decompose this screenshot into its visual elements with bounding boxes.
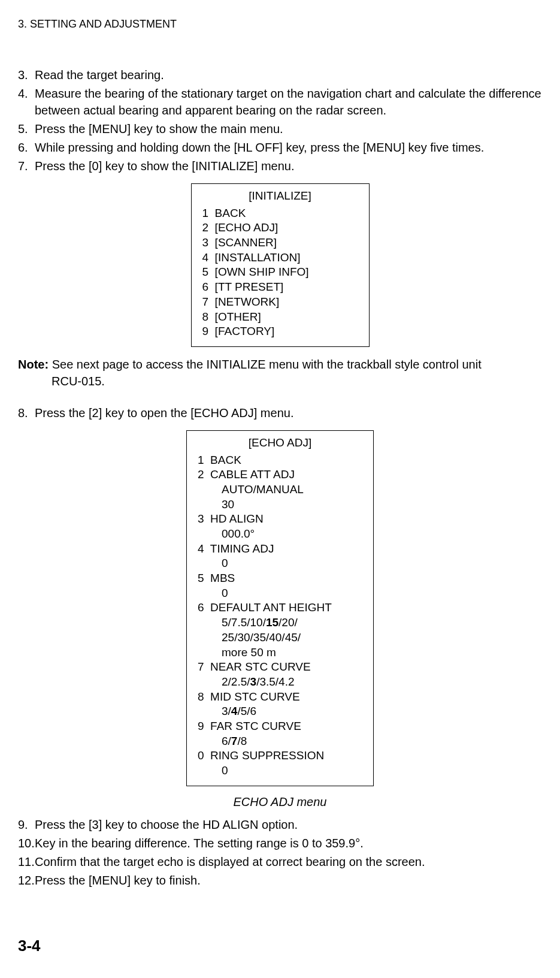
step-8: 8. Press the [2] key to open the [ECHO A… — [18, 405, 542, 421]
menu-item: more 50 m — [198, 645, 362, 660]
menu-item: 6 [TT PRESET] — [202, 280, 358, 295]
steps-group-b: 9.Press the [3] key to choose the HD ALI… — [18, 816, 542, 889]
step-text: Confirm that the target echo is displaye… — [35, 853, 542, 870]
step-row: 3.Read the target bearing. — [18, 67, 542, 83]
menu-item: 0 RING SUPPRESSION — [198, 748, 362, 763]
menu-item: 30 — [198, 497, 362, 512]
menu-item: 9 [FACTORY] — [202, 324, 358, 339]
menu-item: 9 FAR STC CURVE — [198, 719, 362, 734]
menu-item: 6/7/8 — [198, 734, 362, 749]
step-text: Press the [MENU] key to finish. — [35, 872, 542, 889]
menu-item: 5 [OWN SHIP INFO] — [202, 265, 358, 280]
menu-item: 3/4/5/6 — [198, 704, 362, 719]
step-row: 5. Press the [MENU] key to show the main… — [18, 120, 542, 137]
menu-item: 2 [ECHO ADJ] — [202, 221, 358, 236]
menu-item: 3 HD ALIGN — [198, 512, 362, 527]
menu-item: 4 [INSTALLATION] — [202, 250, 358, 265]
menu-item: 7 [NETWORK] — [202, 295, 358, 310]
step-number: 8. — [18, 405, 35, 421]
menu-item: 2/2.5/3/3.5/4.2 — [198, 675, 362, 690]
step-row: 4.Measure the bearing of the stationary … — [18, 85, 542, 119]
menu-item: 4 TIMING ADJ — [198, 542, 362, 557]
menu-item: 000.0° — [198, 527, 362, 542]
note-block: Note: See next page to access the INITIA… — [18, 356, 542, 390]
menu-item: 5/7.5/10/15/20/ — [198, 615, 362, 630]
echo-adj-menu-box: [ECHO ADJ] 1 BACK2 CABLE ATT ADJAUTO/MAN… — [186, 430, 374, 786]
step-number: 7. — [18, 158, 35, 174]
menu-item: 2 CABLE ATT ADJ — [198, 467, 362, 482]
step-text: Press the [0] key to show the [INITIALIZ… — [35, 158, 542, 174]
menu-item: 8 [OTHER] — [202, 310, 358, 325]
menu-item: 0 — [198, 763, 362, 778]
menu-item: 0 — [198, 556, 362, 571]
menu-item: 0 — [198, 586, 362, 601]
menu-item: 5 MBS — [198, 571, 362, 586]
menu-item: 1 BACK — [202, 206, 358, 221]
step-row: 12.Press the [MENU] key to finish. — [18, 872, 542, 889]
step-text: Read the target bearing. — [35, 67, 542, 83]
step-number: 5. — [18, 120, 35, 137]
menu-item: 8 MID STC CURVE — [198, 690, 362, 705]
section-header: 3. SETTING AND ADJUSTMENT — [18, 18, 542, 31]
step-row: 7.Press the [0] key to show the [INITIAL… — [18, 158, 542, 174]
echo-adj-caption: ECHO ADJ menu — [18, 795, 542, 809]
step-number: 4. — [18, 85, 35, 119]
step-number: 11. — [18, 853, 35, 870]
menu-item: 7 NEAR STC CURVE — [198, 660, 362, 675]
echo-adj-menu-title: [ECHO ADJ] — [198, 436, 362, 451]
step-text: Press the [2] key to open the [ECHO ADJ]… — [35, 405, 542, 421]
initialize-menu-box: [INITIALIZE] 1 BACK2 [ECHO ADJ]3 [SCANNE… — [191, 183, 370, 347]
step-number: 9. — [18, 816, 35, 833]
note-label: Note: — [18, 358, 49, 371]
step-text: Press the [3] key to choose the HD ALIGN… — [35, 816, 542, 833]
menu-item: 6 DEFAULT ANT HEIGHT — [198, 600, 362, 615]
step-row: 10.Key in the bearing difference. The se… — [18, 835, 542, 852]
step-text: While pressing and holding down the [HL … — [35, 139, 542, 156]
menu-item: 3 [SCANNER] — [202, 236, 358, 250]
step-text: Press the [MENU] key to show the main me… — [35, 120, 542, 137]
menu-item: 1 BACK — [198, 453, 362, 468]
steps-group-a: 3.Read the target bearing.4.Measure the … — [18, 67, 542, 174]
step-row: 9.Press the [3] key to choose the HD ALI… — [18, 816, 542, 833]
step-row: 11.Confirm that the target echo is displ… — [18, 853, 542, 870]
step-text: Measure the bearing of the stationary ta… — [35, 85, 542, 119]
step-number: 6. — [18, 139, 35, 156]
initialize-menu-title: [INITIALIZE] — [202, 189, 358, 204]
step-text: Key in the bearing difference. The setti… — [35, 835, 542, 852]
menu-item: AUTO/MANUAL — [198, 482, 362, 497]
step-number: 12. — [18, 872, 35, 889]
step-number: 10. — [18, 835, 35, 852]
page-number: 3-4 — [18, 937, 542, 955]
note-text-2: RCU-015. — [18, 373, 542, 390]
step-number: 3. — [18, 67, 35, 83]
step-row: 6. While pressing and holding down the [… — [18, 139, 542, 156]
menu-item: 25/30/35/40/45/ — [198, 630, 362, 645]
note-text-1: See next page to access the INITIALIZE m… — [49, 358, 482, 371]
